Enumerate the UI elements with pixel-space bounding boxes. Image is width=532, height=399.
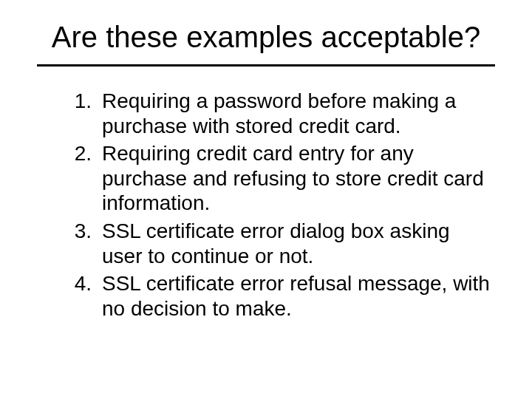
list-item: Requiring a password before making a pur… xyxy=(59,89,495,138)
list-item: SSL certificate error dialog box asking … xyxy=(59,219,495,268)
list-item: Requiring credit card entry for any purc… xyxy=(59,141,495,216)
example-list: Requiring a password before making a pur… xyxy=(37,89,495,321)
slide-title: Are these examples acceptable? xyxy=(37,21,495,64)
title-divider xyxy=(37,64,495,66)
list-item: SSL certificate error refusal message, w… xyxy=(59,271,495,321)
